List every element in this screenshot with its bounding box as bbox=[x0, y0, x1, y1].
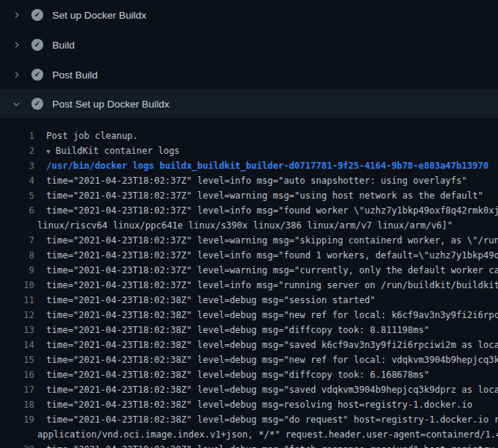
step-header-post-build[interactable]: ✓Post Build bbox=[0, 60, 498, 90]
log-line: 20time="2021-04-23T18:02:38Z" level=debu… bbox=[0, 442, 498, 448]
log-line-continuation: linux/riscv64 linux/ppc641e linux/s390x … bbox=[0, 218, 498, 233]
log-line: 6time="2021-04-23T18:02:37Z" level=info … bbox=[0, 203, 498, 218]
log-text: time="2021-04-23T18:02:37Z" level=warnin… bbox=[34, 233, 498, 248]
check-circle-icon: ✓ bbox=[31, 98, 43, 110]
check-circle-icon: ✓ bbox=[31, 69, 43, 81]
line-number[interactable]: 6 bbox=[0, 203, 34, 218]
chevron-right-icon bbox=[10, 39, 22, 51]
line-number[interactable]: 10 bbox=[0, 278, 34, 293]
log-text: application/vnd.oci.image.index.v1+json,… bbox=[34, 427, 498, 442]
log-line: 16time="2021-04-23T18:02:38Z" level=debu… bbox=[0, 367, 498, 382]
log-line: 7time="2021-04-23T18:02:37Z" level=warni… bbox=[0, 233, 498, 248]
steps-list: ✓Set up Docker Buildx✓Build✓Post Build✓P… bbox=[0, 0, 498, 118]
line-number[interactable]: 15 bbox=[0, 352, 34, 367]
check-circle-icon: ✓ bbox=[31, 9, 43, 21]
log-line: 18time="2021-04-23T18:02:38Z" level=debu… bbox=[0, 397, 498, 412]
group-toggle-icon[interactable]: ▼ bbox=[46, 148, 50, 155]
line-number[interactable]: 2 bbox=[0, 143, 34, 158]
line-number[interactable]: 13 bbox=[0, 323, 34, 337]
step-header-set-up-docker-buildx[interactable]: ✓Set up Docker Buildx bbox=[0, 0, 498, 30]
log-line: 12time="2021-04-23T18:02:38Z" level=debu… bbox=[0, 308, 498, 323]
log-text: time="2021-04-23T18:02:38Z" level=debug … bbox=[34, 308, 498, 323]
line-number[interactable]: 11 bbox=[0, 293, 34, 308]
line-number-blank bbox=[0, 218, 34, 233]
check-circle-icon: ✓ bbox=[31, 39, 43, 51]
chevron-right-icon bbox=[10, 9, 22, 21]
line-number[interactable]: 19 bbox=[0, 412, 34, 427]
log-line: 17time="2021-04-23T18:02:38Z" level=debu… bbox=[0, 382, 498, 397]
log-line-continuation: application/vnd.oci.image.index.v1+json,… bbox=[0, 427, 498, 442]
line-number[interactable]: 9 bbox=[0, 263, 34, 278]
log-text: time="2021-04-23T18:02:38Z" level=debug … bbox=[34, 337, 498, 352]
line-number[interactable]: 18 bbox=[0, 397, 34, 412]
line-number[interactable]: 20 bbox=[0, 442, 34, 448]
line-number[interactable]: 17 bbox=[0, 382, 34, 397]
log-line: 10time="2021-04-23T18:02:37Z" level=info… bbox=[0, 278, 498, 293]
log-text: Post job cleanup. bbox=[34, 128, 138, 143]
log-line: 3/usr/bin/docker logs buildx_buildkit_bu… bbox=[0, 158, 498, 173]
log-line: 9time="2021-04-23T18:02:37Z" level=warni… bbox=[0, 263, 498, 278]
log-line: 4time="2021-04-23T18:02:37Z" level=info … bbox=[0, 173, 498, 188]
log-text: time="2021-04-23T18:02:38Z" level=debug … bbox=[34, 293, 376, 308]
log-line: 15time="2021-04-23T18:02:38Z" level=debu… bbox=[0, 352, 498, 367]
command-text: /usr/bin/docker logs buildx_buildkit_bui… bbox=[34, 158, 488, 173]
log-text: time="2021-04-23T18:02:37Z" level=warnin… bbox=[34, 263, 498, 278]
log-text: time="2021-04-23T18:02:37Z" level=info m… bbox=[34, 278, 498, 293]
line-number[interactable]: 5 bbox=[0, 188, 34, 203]
line-number[interactable]: 8 bbox=[0, 248, 34, 263]
step-title: Build bbox=[52, 40, 75, 51]
log-text: time="2021-04-23T18:02:38Z" level=debug … bbox=[34, 412, 498, 427]
log-text: time="2021-04-23T18:02:38Z" level=debug … bbox=[34, 442, 494, 448]
log-line: 11time="2021-04-23T18:02:38Z" level=debu… bbox=[0, 293, 498, 308]
line-number[interactable]: 14 bbox=[0, 337, 34, 352]
log-area: 1Post job cleanup.2▼BuildKit container l… bbox=[0, 118, 498, 448]
step-title: Post Set up Docker Buildx bbox=[52, 99, 169, 110]
log-line: 2▼BuildKit container logs bbox=[0, 143, 498, 158]
line-number[interactable]: 7 bbox=[0, 233, 34, 248]
log-text: time="2021-04-23T18:02:38Z" level=debug … bbox=[34, 323, 429, 337]
log-line: 14time="2021-04-23T18:02:38Z" level=debu… bbox=[0, 337, 498, 352]
log-line: 13time="2021-04-23T18:02:38Z" level=debu… bbox=[0, 323, 498, 337]
log-text: time="2021-04-23T18:02:37Z" level=info m… bbox=[34, 203, 498, 218]
chevron-down-icon bbox=[10, 98, 22, 110]
log-line: 5time="2021-04-23T18:02:37Z" level=warni… bbox=[0, 188, 498, 203]
line-number-blank bbox=[0, 427, 34, 442]
log-line: 19time="2021-04-23T18:02:38Z" level=debu… bbox=[0, 412, 498, 427]
log-text: linux/riscv64 linux/ppc641e linux/s390x … bbox=[34, 218, 452, 233]
step-header-post-set-up-docker-buildx[interactable]: ✓Post Set up Docker Buildx bbox=[0, 90, 498, 118]
log-text: time="2021-04-23T18:02:38Z" level=debug … bbox=[34, 397, 473, 412]
log-text: time="2021-04-23T18:02:38Z" level=debug … bbox=[34, 352, 498, 367]
line-number[interactable]: 3 bbox=[0, 158, 34, 173]
log-line: 8time="2021-04-23T18:02:37Z" level=info … bbox=[0, 248, 498, 263]
step-title: Post Build bbox=[52, 69, 98, 81]
line-number[interactable]: 12 bbox=[0, 308, 34, 323]
line-number[interactable]: 1 bbox=[0, 128, 34, 143]
group-title: BuildKit container logs bbox=[55, 146, 179, 156]
log-line: 1Post job cleanup. bbox=[0, 128, 498, 143]
step-title: Set up Docker Buildx bbox=[52, 10, 146, 21]
log-text: ▼BuildKit container logs bbox=[34, 143, 180, 158]
line-number[interactable]: 16 bbox=[0, 367, 34, 382]
chevron-right-icon bbox=[10, 69, 22, 81]
log-text: time="2021-04-23T18:02:37Z" level=warnin… bbox=[34, 188, 483, 203]
step-header-build[interactable]: ✓Build bbox=[0, 30, 498, 60]
line-number[interactable]: 4 bbox=[0, 173, 34, 188]
log-text: time="2021-04-23T18:02:38Z" level=debug … bbox=[34, 367, 429, 382]
log-text: time="2021-04-23T18:02:38Z" level=debug … bbox=[34, 382, 498, 397]
log-text: time="2021-04-23T18:02:37Z" level=info m… bbox=[34, 248, 498, 263]
log-text: time="2021-04-23T18:02:37Z" level=info m… bbox=[34, 173, 467, 188]
